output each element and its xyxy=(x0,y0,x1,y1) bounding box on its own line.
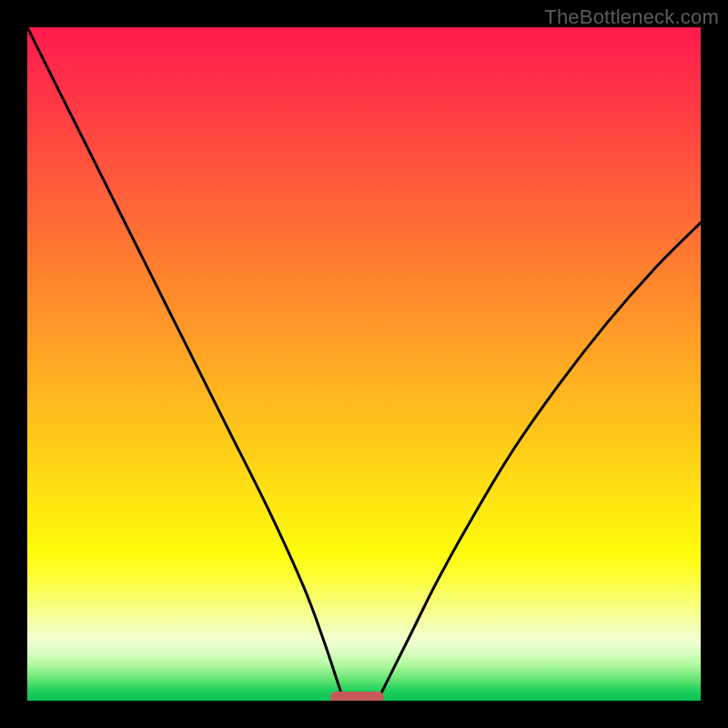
curve-layer xyxy=(27,27,701,701)
left-curve xyxy=(27,27,344,701)
watermark-text: TheBottleneck.com xyxy=(544,5,719,29)
outer-border: TheBottleneck.com xyxy=(0,0,728,728)
optimal-range-bar xyxy=(330,692,384,701)
plot-area xyxy=(27,27,701,701)
right-curve xyxy=(378,223,701,701)
